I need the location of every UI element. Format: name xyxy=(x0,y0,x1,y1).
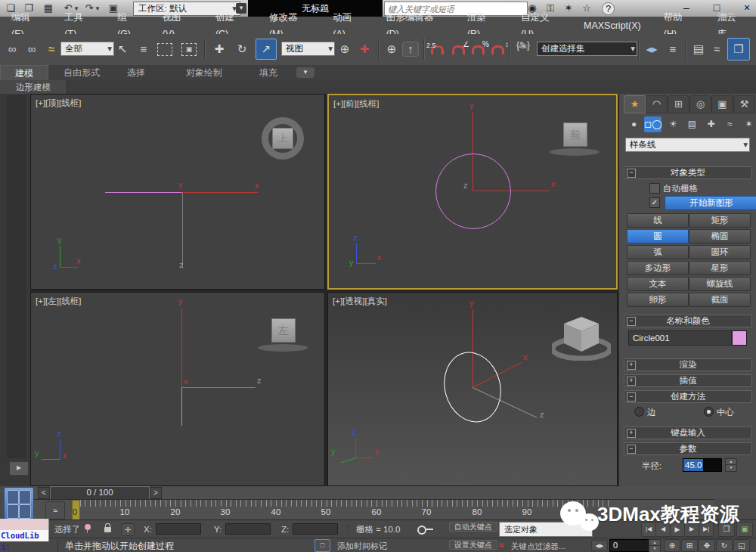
previous-key-icon[interactable]: ◀ xyxy=(655,522,671,537)
object-name-field[interactable]: Circle001 xyxy=(628,330,732,346)
named-selection-set-dropdown[interactable]: 创建选择集 ▾ xyxy=(537,42,637,56)
current-frame-field[interactable]: 0 xyxy=(609,539,652,552)
viewport-left-label[interactable]: [+][左][线框] xyxy=(36,296,81,307)
key-wave-icon[interactable]: ≈ xyxy=(499,540,504,550)
center-radio[interactable] xyxy=(704,407,714,417)
shape-button-circle[interactable]: 圆 xyxy=(627,229,689,243)
rollout-rendering[interactable]: + 渲染 xyxy=(624,358,752,371)
circle-shape[interactable] xyxy=(435,154,511,229)
shape-button-star[interactable]: 星形 xyxy=(689,261,751,275)
category-geometry-icon[interactable]: ● xyxy=(625,116,643,132)
viewport-layout-button[interactable] xyxy=(4,487,34,522)
rollout-parameters[interactable]: − 参数 xyxy=(624,442,752,455)
reference-coordinate-dropdown[interactable]: 视图 ▾ xyxy=(281,42,335,56)
green-cube-icon[interactable]: ▣ xyxy=(736,522,753,537)
menu-maxscript[interactable]: MAXScript(X) xyxy=(572,17,652,34)
y-coord-field[interactable] xyxy=(225,523,271,535)
select-and-link-icon[interactable]: ∞ xyxy=(3,40,21,58)
object-color-swatch[interactable] xyxy=(732,330,747,346)
coordinate-display-icon[interactable]: ✛ xyxy=(121,523,135,536)
cube-helper-icon[interactable]: ❒ xyxy=(718,522,735,537)
ribbon-tab-selection[interactable]: 选择 xyxy=(118,65,154,80)
category-systems-icon[interactable]: ✶ xyxy=(740,116,756,132)
use-pivot-point-icon[interactable]: ⊕ xyxy=(336,40,354,58)
time-slider-handle[interactable]: 0 / 100 xyxy=(50,486,150,500)
shape-button-ngon[interactable]: 多边形 xyxy=(627,261,689,275)
mirror-icon[interactable]: ◂▸ xyxy=(643,40,661,58)
unlink-selection-icon[interactable]: ∞ xyxy=(23,40,41,58)
select-and-scale-icon[interactable]: ↗ xyxy=(256,39,277,60)
autogrid-checkbox[interactable] xyxy=(649,183,660,194)
category-spacewarps-icon[interactable]: ≈ xyxy=(721,116,739,132)
set-key-button[interactable]: 设置关键点 xyxy=(449,540,497,550)
collapse-icon[interactable]: − xyxy=(627,392,636,402)
expand-icon[interactable]: + xyxy=(627,377,636,386)
edge-radio[interactable] xyxy=(634,407,644,417)
snap-toggle-icon[interactable]: 2.5 xyxy=(428,40,446,58)
key-step-toggle-icon[interactable]: ◀▶ xyxy=(591,540,608,551)
star-icon[interactable]: ☆ xyxy=(579,2,594,15)
ribbon-panel-label[interactable]: 边形建模 xyxy=(0,80,67,94)
tab-hierarchy-icon[interactable]: ⊞ xyxy=(668,95,689,113)
layer-manager-icon[interactable]: ▤ xyxy=(689,40,708,58)
next-key-icon[interactable]: ▶ xyxy=(684,522,699,537)
rollout-creation-method[interactable]: − 创建方法 xyxy=(624,390,752,403)
z-coord-field[interactable] xyxy=(293,523,338,535)
add-time-tag[interactable]: 添加时间标记 xyxy=(337,541,387,551)
select-and-manipulate-icon[interactable]: ⊕ xyxy=(383,40,401,58)
spinner-snap-icon[interactable]: ↕ xyxy=(488,40,507,58)
material-editor-icon[interactable]: ❒ xyxy=(727,38,750,60)
viewport-front-label[interactable]: [+][前][线框] xyxy=(333,98,379,110)
play-icon[interactable]: ▶ xyxy=(670,522,685,537)
shape-button-text[interactable]: 文本 xyxy=(627,277,689,291)
expand-icon[interactable]: + xyxy=(627,361,636,370)
edit-named-selection-sets-icon[interactable]: {✎} ABC xyxy=(514,40,532,58)
tab-motion-icon[interactable]: ◎ xyxy=(689,95,711,113)
angle-snap-icon[interactable]: ∠ xyxy=(449,40,467,58)
mini-curve-editor-icon[interactable]: ≈ xyxy=(45,501,65,519)
pan-hand-icon[interactable]: ✥ xyxy=(699,539,715,552)
category-helpers-icon[interactable]: ✚ xyxy=(702,116,720,132)
rectangular-selection-icon[interactable] xyxy=(157,43,172,56)
align-icon[interactable]: ≡ xyxy=(664,40,682,58)
zoom-all-icon[interactable]: ⊞ xyxy=(681,539,698,552)
rollout-name-color[interactable]: − 名称和颜色 xyxy=(624,315,752,327)
select-by-name-icon[interactable]: ≡ xyxy=(135,40,153,58)
frame-spin-down-icon[interactable]: ▼ xyxy=(649,545,661,552)
expand-icon[interactable]: + xyxy=(627,429,636,438)
x-coord-field[interactable] xyxy=(156,523,201,535)
selected-filter-dropdown[interactable]: 选定对象 xyxy=(499,522,593,537)
shape-button-ellipse[interactable]: 椭圆 xyxy=(689,229,751,243)
shape-button-arc[interactable]: 弧 xyxy=(627,245,689,259)
collapse-icon[interactable]: − xyxy=(627,169,636,178)
shape-button-section[interactable]: 截面 xyxy=(689,293,751,307)
keyboard-shortcut-override-icon[interactable]: ↑ xyxy=(402,42,419,57)
selection-filter-dropdown[interactable]: 全部 ▾ xyxy=(60,42,114,56)
window-crossing-icon[interactable]: ▣ xyxy=(181,43,197,56)
select-and-move-icon[interactable]: ✚ xyxy=(210,40,228,58)
shape-button-line[interactable]: 线 xyxy=(627,213,689,228)
viewport-perspective[interactable]: [+][透视][真实] y x z z y x xyxy=(327,292,618,486)
category-lights-icon[interactable]: ☀ xyxy=(665,116,682,132)
start-new-shape-button[interactable]: 开始新图形 xyxy=(665,196,756,210)
viewcube-3d[interactable] xyxy=(552,312,611,361)
pin-icon[interactable] xyxy=(85,524,91,530)
shape-category-dropdown[interactable]: 样条线 ▾ xyxy=(625,138,750,152)
ribbon-tab-modeling[interactable]: 建模 xyxy=(0,65,48,81)
select-and-rotate-icon[interactable]: ↻ xyxy=(233,40,251,58)
shape-button-rectangle[interactable]: 矩形 xyxy=(689,213,751,228)
tab-create-icon[interactable]: ★ xyxy=(624,95,646,113)
maximize-viewport-icon[interactable]: ◱ xyxy=(733,539,750,552)
previous-frame-button[interactable]: < xyxy=(38,487,50,499)
isolate-selection-icon[interactable]: □ xyxy=(314,539,330,552)
ribbon-tab-freeform[interactable]: 自由形式 xyxy=(54,65,109,80)
selection-lock-icon[interactable] xyxy=(104,527,111,532)
tab-display-icon[interactable]: ▣ xyxy=(711,95,733,113)
zoom-icon[interactable]: ⊕ xyxy=(664,539,680,552)
rollout-object-type[interactable]: − 对象类型 xyxy=(624,166,752,179)
viewport-top-label[interactable]: [+][顶][线框] xyxy=(36,98,81,109)
collapse-icon[interactable]: − xyxy=(627,445,636,454)
collapse-icon[interactable]: − xyxy=(627,317,636,326)
select-object-icon[interactable]: ↖ xyxy=(113,40,132,58)
viewport-left[interactable]: [+][左][线框] 左 y x z z y x xyxy=(30,292,325,486)
